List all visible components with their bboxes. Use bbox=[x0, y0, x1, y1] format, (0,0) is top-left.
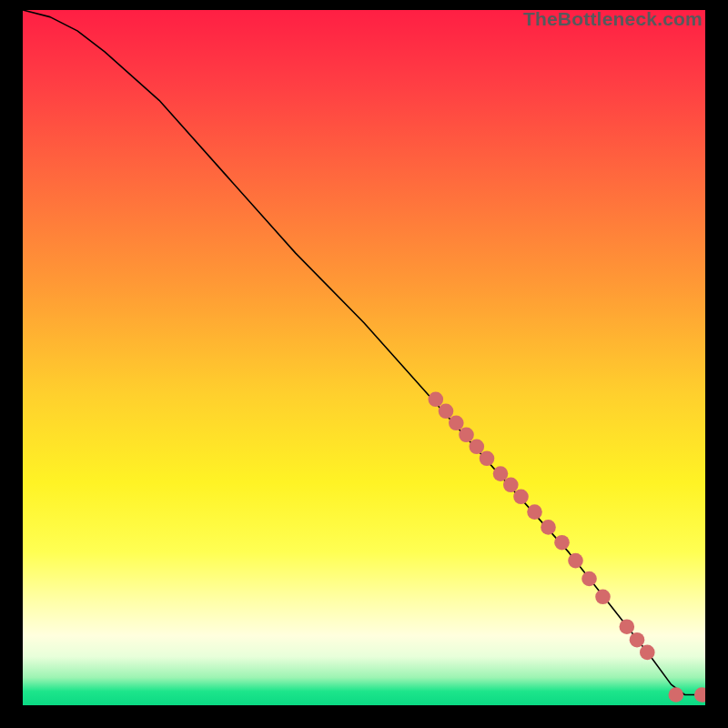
data-point bbox=[449, 416, 464, 431]
data-point bbox=[554, 535, 570, 551]
data-point bbox=[513, 490, 529, 505]
data-point bbox=[581, 571, 597, 587]
data-point bbox=[630, 632, 645, 648]
data-point bbox=[620, 619, 635, 634]
data-point bbox=[541, 520, 556, 535]
data-point bbox=[527, 504, 542, 520]
data-point bbox=[640, 645, 655, 661]
data-point bbox=[493, 466, 509, 481]
data-point bbox=[694, 687, 705, 703]
data-point bbox=[595, 590, 611, 605]
data-point bbox=[669, 687, 684, 703]
data-point bbox=[439, 404, 454, 420]
data-points-group bbox=[429, 392, 706, 703]
chart-container: TheBottleneck.com bbox=[0, 0, 728, 728]
data-point bbox=[503, 478, 519, 493]
data-point bbox=[480, 451, 495, 467]
data-point bbox=[568, 553, 583, 569]
data-point bbox=[459, 428, 474, 443]
data-point bbox=[470, 440, 485, 455]
watermark-text: TheBottleneck.com bbox=[523, 8, 703, 30]
chart-svg bbox=[23, 10, 705, 705]
data-point bbox=[429, 392, 444, 408]
